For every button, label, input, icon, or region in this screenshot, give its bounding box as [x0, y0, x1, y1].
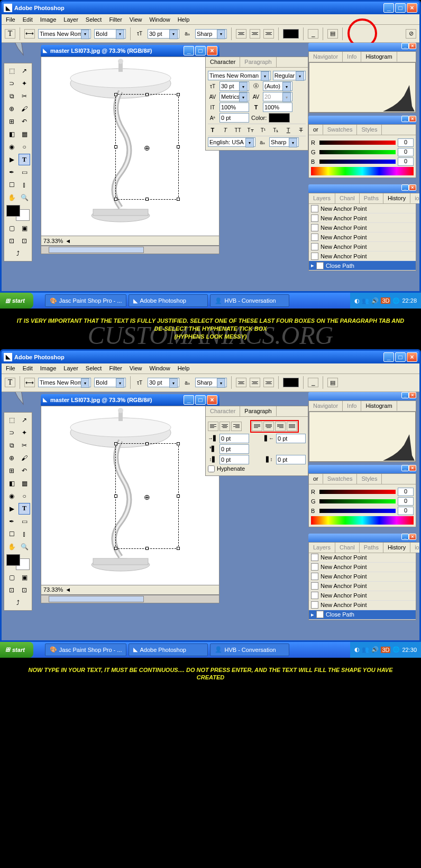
shape-tool[interactable]: ▭ — [19, 516, 30, 527]
history-brush-tool[interactable]: ↶ — [19, 116, 30, 127]
tab-paragraph[interactable]: Paragraph — [240, 57, 276, 67]
dodge-tool[interactable]: ○ — [19, 490, 30, 502]
align-right-button[interactable] — [263, 29, 274, 39]
move-tool[interactable]: ↗ — [19, 414, 30, 426]
b-value[interactable]: 0 — [398, 157, 414, 166]
char-hscale-input[interactable]: 100% — [263, 102, 292, 112]
slice-tool[interactable]: ✂ — [19, 440, 30, 451]
menu-edit[interactable]: Edit — [23, 365, 33, 371]
tab-color[interactable]: or — [309, 474, 323, 484]
char-kerning-dropdown[interactable]: Metrics — [219, 92, 249, 101]
indent-first-input[interactable]: 0 pt — [219, 444, 249, 454]
menu-help[interactable]: Help — [178, 16, 190, 23]
jump-button[interactable]: ⤴ — [6, 597, 30, 609]
char-leading-dropdown[interactable]: (Auto) — [263, 81, 292, 91]
type-tool[interactable]: T — [19, 503, 30, 515]
lasso-tool[interactable]: ⊃ — [6, 427, 17, 438]
tab-paths[interactable]: Paths — [360, 193, 383, 203]
char-aa-dropdown[interactable]: Sharp — [269, 137, 299, 147]
wand-tool[interactable]: ✦ — [19, 78, 30, 89]
menu-view[interactable]: View — [130, 365, 142, 371]
bold-button[interactable]: T — [208, 126, 217, 134]
quickmask-on-button[interactable]: ▣ — [19, 572, 30, 583]
underline-button[interactable]: T — [283, 126, 293, 134]
tab-paragraph[interactable]: Paragraph — [240, 406, 276, 416]
font-weight-dropdown[interactable]: Bold — [94, 378, 126, 387]
document-titlebar[interactable]: ◣ master LSI073.jpg @ 73.3% (RGB/8#) _□× — [41, 45, 219, 57]
tab-histogram[interactable]: Histogram — [361, 401, 397, 411]
align-right-button[interactable] — [263, 378, 274, 387]
notes-tool[interactable]: ☐ — [6, 179, 17, 191]
font-weight-dropdown[interactable]: Bold — [94, 29, 126, 39]
col-min[interactable]: _ — [401, 116, 409, 122]
text-color-swatch[interactable] — [283, 378, 299, 387]
blur-tool[interactable]: ◉ — [6, 490, 17, 502]
zoom-tool[interactable]: 🔍 — [19, 541, 30, 553]
char-language-dropdown[interactable]: English: USA — [208, 137, 255, 147]
font-family-dropdown[interactable]: Times New Roman — [38, 378, 91, 387]
titlebar[interactable]: ◣ Adobe Photoshop _ □ × — [2, 2, 419, 14]
history-item[interactable]: New Anchor Point — [309, 223, 416, 232]
menu-window[interactable]: Window — [150, 365, 170, 371]
history-item[interactable]: New Anchor Point — [309, 213, 416, 223]
zoom-display[interactable]: 73.33% — [43, 586, 63, 593]
menu-file[interactable]: File — [6, 16, 15, 23]
palettes-button[interactable]: ▤ — [327, 29, 338, 39]
para-justify-all[interactable] — [287, 422, 297, 431]
horizontal-scrollbar[interactable] — [41, 246, 219, 254]
menu-view[interactable]: View — [130, 16, 142, 23]
horizontal-scrollbar[interactable] — [41, 595, 219, 603]
tab-history[interactable]: History — [383, 193, 410, 203]
b-slider[interactable] — [319, 509, 396, 513]
history-item-selected[interactable]: ▸Close Path — [309, 610, 416, 620]
antialias-dropdown[interactable]: Sharp — [195, 29, 227, 39]
hist-min[interactable]: _ — [401, 184, 409, 191]
tab-navigator[interactable]: Navigator — [309, 52, 343, 62]
wand-tool[interactable]: ✦ — [19, 427, 30, 438]
orientation-button[interactable]: ⟷ — [24, 378, 35, 387]
task-paintshop[interactable]: 🎨 Jasc Paint Shop Pro - ... — [45, 643, 127, 656]
hue-ramp[interactable] — [311, 516, 414, 525]
menu-file[interactable]: File — [6, 365, 15, 371]
maximize-button[interactable]: □ — [395, 352, 406, 362]
jump-button[interactable]: ⤴ — [6, 248, 30, 259]
eraser-tool[interactable]: ◧ — [6, 128, 17, 140]
brush-tool[interactable]: 🖌 — [19, 452, 30, 464]
path-select-tool[interactable]: ▶ — [6, 154, 17, 165]
stamp-tool[interactable]: ⊞ — [6, 116, 17, 127]
tab-swatches[interactable]: Swatches — [323, 125, 358, 135]
crop-tool[interactable]: ⧉ — [6, 90, 17, 102]
para-align-left[interactable] — [208, 422, 218, 431]
dodge-tool[interactable]: ○ — [19, 141, 30, 153]
notes-tool[interactable]: ☐ — [6, 528, 17, 540]
brush-tool[interactable]: 🖌 — [19, 103, 30, 115]
crop-tool[interactable]: ⧉ — [6, 440, 17, 451]
menu-image[interactable]: Image — [40, 16, 57, 23]
tab-swatches[interactable]: Swatches — [323, 474, 358, 484]
char-color-swatch[interactable] — [269, 113, 290, 123]
hyphenate-checkbox[interactable] — [208, 465, 215, 472]
align-center-button[interactable] — [250, 29, 260, 39]
start-button[interactable]: ⊞start — [0, 642, 33, 658]
gradient-tool[interactable]: ▦ — [19, 128, 30, 140]
menu-edit[interactable]: Edit — [23, 16, 33, 23]
tab-styles[interactable]: Styles — [357, 125, 382, 135]
blur-tool[interactable]: ◉ — [6, 141, 17, 153]
history-item[interactable]: New Anchor Point — [309, 232, 416, 242]
para-align-right[interactable] — [231, 422, 242, 431]
tab-channels[interactable]: Chanl — [335, 193, 360, 203]
tab-histogram[interactable]: Histogram — [361, 52, 397, 62]
char-size-dropdown[interactable]: 30 pt — [219, 81, 249, 91]
indent-left-input[interactable]: 0 pt — [219, 434, 249, 443]
menu-select[interactable]: Select — [86, 16, 102, 23]
font-size-dropdown[interactable]: 30 pt — [148, 29, 179, 39]
color-swatches[interactable] — [6, 205, 30, 221]
minimize-button[interactable]: _ — [383, 3, 394, 13]
pen-tool[interactable]: ✒ — [6, 166, 17, 178]
heal-tool[interactable]: ⊕ — [6, 452, 17, 464]
align-center-button[interactable] — [250, 378, 260, 387]
tab-styles[interactable]: Styles — [357, 474, 382, 484]
history-item[interactable]: New Anchor Point — [309, 582, 416, 591]
task-photoshop[interactable]: ◣ Adobe Photoshop — [129, 294, 208, 307]
history-brush-tool[interactable]: ↶ — [19, 465, 30, 477]
